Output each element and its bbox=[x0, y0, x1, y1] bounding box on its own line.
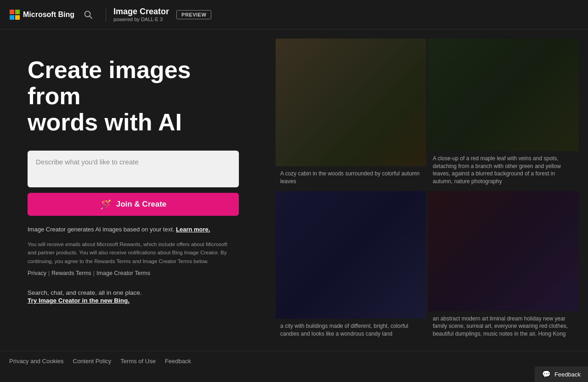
image-placeholder-4 bbox=[428, 191, 579, 311]
preview-badge: PREVIEW bbox=[176, 10, 211, 19]
header-title-block: Image Creator powered by DALL·E 3 bbox=[113, 7, 169, 22]
image-cell-4: an abstract modern art liminal dream hol… bbox=[428, 191, 579, 342]
info-main-text: Image Creator generates AI images based … bbox=[28, 226, 174, 233]
learn-more-link[interactable]: Learn more. bbox=[176, 226, 210, 233]
header: Microsoft Bing Image Creator powered by … bbox=[0, 0, 588, 29]
join-create-button[interactable]: 🪄 Join & Create bbox=[28, 193, 239, 216]
image-caption-3: a city with buildings made of different,… bbox=[276, 319, 426, 342]
image-placeholder-1 bbox=[276, 39, 426, 166]
svg-rect-1 bbox=[15, 10, 20, 14]
wand-icon: 🪄 bbox=[100, 199, 112, 210]
bing-logo[interactable]: Microsoft Bing bbox=[9, 9, 74, 20]
svg-rect-3 bbox=[15, 15, 20, 20]
hero-title: Create images from words with AI bbox=[28, 57, 239, 136]
privacy-link[interactable]: Privacy bbox=[28, 270, 46, 276]
left-panel: Create images from words with AI 🪄 Join … bbox=[0, 29, 266, 351]
image-cell-2: A close-up of a red maple leaf with vein… bbox=[428, 39, 579, 189]
image-cell-1: A cozy cabin in the woods surrounded by … bbox=[276, 39, 426, 189]
header-title: Image Creator bbox=[113, 7, 169, 17]
prompt-input[interactable] bbox=[28, 151, 239, 187]
try-bing-link[interactable]: Try Image Creator in the new Bing. bbox=[28, 297, 130, 304]
footer-feedback[interactable]: Feedback bbox=[165, 358, 191, 365]
feedback-floating-button[interactable]: 💬 Feedback bbox=[535, 366, 588, 382]
image-placeholder-3 bbox=[276, 191, 426, 319]
image-caption-1: A cozy cabin in the woods surrounded by … bbox=[276, 166, 426, 189]
header-subtitle: powered by DALL·E 3 bbox=[113, 17, 169, 22]
right-panel: A cozy cabin in the woods surrounded by … bbox=[266, 29, 588, 351]
logo-block: Microsoft Bing bbox=[9, 9, 74, 20]
windows-icon bbox=[9, 9, 20, 20]
join-create-label: Join & Create bbox=[116, 200, 167, 209]
image-caption-2: A close-up of a red maple leaf with vein… bbox=[428, 151, 579, 189]
svg-rect-2 bbox=[10, 15, 14, 20]
image-placeholder-2 bbox=[428, 39, 579, 151]
header-divider bbox=[106, 7, 106, 22]
hero-title-line1: Create images from bbox=[28, 56, 191, 109]
info-text: Image Creator generates AI images based … bbox=[28, 225, 239, 234]
fine-print: You will receive emails about Microsoft … bbox=[28, 240, 230, 265]
bing-logo-text: Microsoft Bing bbox=[23, 11, 74, 19]
search-chat-title: Search, chat, and create, all in one pla… bbox=[28, 289, 239, 296]
image-creator-terms-link[interactable]: Image Creator Terms bbox=[96, 270, 150, 276]
svg-rect-0 bbox=[10, 10, 14, 14]
feedback-icon: 💬 bbox=[542, 370, 551, 378]
image-cell-3: a city with buildings made of different,… bbox=[276, 191, 426, 342]
footer-content-policy[interactable]: Content Policy bbox=[73, 358, 112, 365]
search-icon[interactable] bbox=[80, 6, 96, 23]
feedback-floating-label: Feedback bbox=[554, 371, 581, 378]
rewards-terms-link[interactable]: Rewards Terms bbox=[51, 270, 91, 276]
footer-terms-of-use[interactable]: Terms of Use bbox=[120, 358, 156, 365]
svg-line-5 bbox=[90, 16, 92, 18]
main-content: Create images from words with AI 🪄 Join … bbox=[0, 29, 588, 351]
search-chat-block: Search, chat, and create, all in one pla… bbox=[28, 289, 239, 304]
image-caption-4: an abstract modern art liminal dream hol… bbox=[428, 311, 579, 342]
footer: Privacy and Cookies Content Policy Terms… bbox=[0, 351, 588, 371]
legal-links: Privacy | Rewards Terms | Image Creator … bbox=[28, 270, 239, 276]
footer-privacy-cookies[interactable]: Privacy and Cookies bbox=[9, 358, 64, 365]
hero-title-line2: words with AI bbox=[28, 109, 182, 135]
